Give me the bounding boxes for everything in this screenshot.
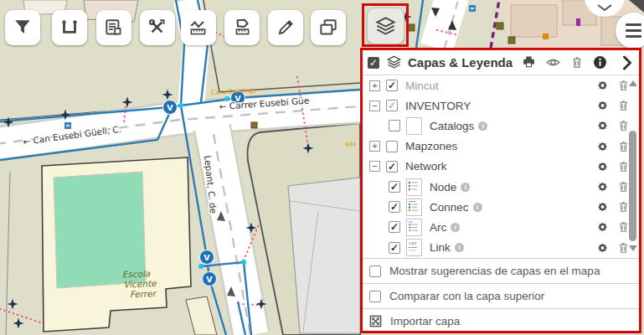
visibility-eye-icon[interactable] bbox=[545, 56, 561, 69]
collapse-toggle-icon[interactable]: − bbox=[369, 100, 380, 111]
filter-button[interactable] bbox=[5, 10, 40, 45]
import-layer-icon bbox=[369, 315, 382, 327]
layer-checkbox[interactable] bbox=[386, 100, 398, 111]
layer-checkbox[interactable] bbox=[389, 120, 400, 131]
layer-settings-gear-icon[interactable] bbox=[596, 181, 609, 193]
layer-row-mincut[interactable]: + Mincut bbox=[363, 75, 639, 95]
layer-row-arc[interactable]: Arc i bbox=[363, 217, 639, 237]
scroll-up-arrow[interactable] bbox=[629, 80, 637, 86]
layer-row-connec[interactable]: Connec i bbox=[363, 197, 639, 217]
layer-label: Link bbox=[430, 241, 451, 254]
legend-thumbnail-link: LINK bbox=[406, 239, 422, 256]
layer-checkbox[interactable] bbox=[389, 242, 400, 254]
scroll-down-arrow[interactable] bbox=[629, 245, 637, 251]
layer-label: Network bbox=[405, 160, 447, 173]
expand-toggle-icon[interactable]: + bbox=[369, 80, 380, 91]
layer-row-inventory[interactable]: − INVENTORY bbox=[363, 95, 639, 116]
layer-label: Mincut bbox=[405, 80, 439, 92]
layer-checkbox[interactable] bbox=[389, 221, 400, 233]
duplicate-view-button[interactable] bbox=[311, 10, 346, 45]
layer-label: Node bbox=[430, 181, 456, 193]
option-label: Importar capa bbox=[390, 315, 460, 327]
layer-info-icon[interactable]: i bbox=[455, 243, 464, 252]
legend-thumbnail-node bbox=[406, 178, 422, 196]
layer-info-icon[interactable]: i bbox=[478, 121, 487, 131]
layer-settings-gear-icon[interactable] bbox=[596, 120, 609, 132]
annotation-box-layers-button bbox=[362, 3, 409, 47]
menu-icon bbox=[626, 23, 641, 26]
layer-settings-gear-icon[interactable] bbox=[596, 100, 609, 112]
option-import-layer[interactable]: Importar capa bbox=[363, 308, 639, 333]
svg-text:LINK: LINK bbox=[409, 241, 416, 245]
map-building-gray bbox=[288, 178, 360, 333]
option-checkbox[interactable] bbox=[369, 291, 381, 302]
measure-distance-button[interactable] bbox=[181, 10, 216, 45]
form-report-icon bbox=[103, 17, 125, 39]
trace-profile-button[interactable] bbox=[52, 10, 87, 45]
layer-info-icon[interactable]: i bbox=[451, 223, 460, 232]
layer-settings-gear-icon[interactable] bbox=[596, 140, 609, 152]
collapse-panel-chevron-icon[interactable] bbox=[621, 55, 633, 70]
draw-button[interactable] bbox=[268, 10, 303, 45]
layer-settings-gear-icon[interactable] bbox=[596, 241, 609, 254]
legend-thumbnail-connec bbox=[406, 198, 422, 216]
scrollbar-thumb[interactable] bbox=[629, 131, 636, 241]
place-label-fragment: ada bbox=[345, 141, 356, 147]
place-label-escola-3: Ferrer bbox=[130, 288, 157, 299]
option-label: Mostrar sugerencias de capas en el mapa bbox=[389, 265, 600, 277]
trash-icon[interactable] bbox=[570, 55, 584, 70]
layer-settings-gear-icon[interactable] bbox=[596, 160, 609, 173]
layer-info-icon[interactable]: i bbox=[473, 203, 482, 212]
option-checkbox[interactable] bbox=[369, 265, 381, 277]
expand-toggle-icon[interactable]: + bbox=[369, 141, 380, 152]
valve-letter: V bbox=[167, 103, 173, 112]
legend-thumbnail-arc bbox=[406, 219, 422, 236]
toolbox-button[interactable] bbox=[140, 10, 175, 45]
layer-checkbox[interactable] bbox=[389, 201, 400, 213]
layer-settings-gear-icon[interactable] bbox=[596, 221, 609, 234]
layer-settings-gear-icon[interactable] bbox=[596, 201, 609, 214]
layer-row-network[interactable]: − Network bbox=[363, 157, 639, 177]
measure-distance-icon bbox=[188, 17, 209, 39]
corner-fold bbox=[629, 0, 644, 13]
draw-icon bbox=[275, 17, 296, 39]
layer-row-catalogs[interactable]: Catalogs i bbox=[363, 116, 639, 136]
panel-master-checkbox[interactable] bbox=[368, 57, 379, 69]
measure-area-icon bbox=[231, 17, 253, 39]
print-icon[interactable] bbox=[522, 55, 536, 70]
layer-checkbox[interactable] bbox=[386, 161, 398, 173]
layer-label: Connec bbox=[430, 201, 469, 214]
layer-checkbox[interactable] bbox=[389, 181, 400, 193]
form-report-button[interactable] bbox=[96, 10, 131, 45]
toolbox-icon bbox=[147, 17, 168, 39]
option-label: Comparar con la capa superior bbox=[389, 290, 544, 302]
panel-title: Capas & Leyenda bbox=[408, 55, 513, 70]
legend-thumbnail-empty bbox=[406, 117, 422, 135]
layer-label: Arc bbox=[430, 221, 446, 234]
layer-row-node[interactable]: Node i bbox=[363, 177, 639, 197]
layer-row-link[interactable]: LINK Link i bbox=[363, 238, 639, 258]
layer-tree: + Mincut − INVENTORY Catalogs i bbox=[363, 75, 639, 258]
measure-area-button[interactable] bbox=[224, 10, 260, 45]
layers-stack-icon bbox=[386, 54, 402, 70]
valve-letter: V bbox=[206, 275, 213, 284]
filter-icon bbox=[12, 17, 33, 39]
collapse-toggle-icon[interactable]: − bbox=[369, 161, 380, 172]
panel-header: Capas & Leyenda bbox=[363, 50, 639, 75]
layer-label: INVENTORY bbox=[405, 100, 471, 112]
layer-settings-gear-icon[interactable] bbox=[596, 80, 609, 92]
layer-info-icon[interactable]: i bbox=[461, 183, 470, 192]
app-window: V V V V ← Can Eusebi Güell, C. ← Carrer … bbox=[0, 0, 644, 335]
info-icon[interactable] bbox=[593, 55, 607, 70]
layers-panel: Capas & Leyenda + Mincut bbox=[360, 48, 641, 333]
valve-letter: V bbox=[204, 253, 210, 262]
layer-row-mapzones[interactable]: + Mapzones bbox=[363, 137, 639, 157]
option-compare-top-layer[interactable]: Comparar con la capa superior bbox=[363, 283, 639, 308]
duplicate-view-icon bbox=[317, 17, 339, 39]
option-show-layer-suggestions[interactable]: Mostrar sugerencias de capas en el mapa bbox=[363, 258, 639, 283]
layer-checkbox[interactable] bbox=[386, 80, 398, 91]
tree-scrollbar[interactable] bbox=[627, 75, 638, 258]
layer-checkbox[interactable] bbox=[386, 141, 398, 152]
layer-label: Mapzones bbox=[405, 140, 457, 152]
layer-label: Catalogs bbox=[430, 120, 474, 132]
